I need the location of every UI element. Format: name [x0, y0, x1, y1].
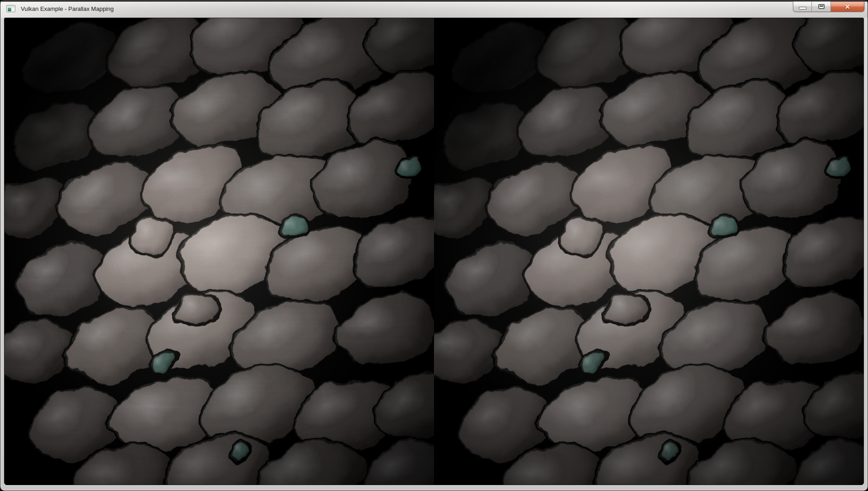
window-title: Vulkan Example - Parallax Mapping [21, 6, 113, 12]
title-bar[interactable]: Vulkan Example - Parallax Mapping ✕ [0, 0, 868, 18]
render-area[interactable] [4, 18, 864, 485]
right-render-viewport [434, 18, 863, 485]
window-controls: ✕ [793, 1, 864, 12]
maximize-button[interactable] [812, 1, 831, 12]
close-button[interactable]: ✕ [831, 1, 864, 12]
app-icon [6, 5, 15, 12]
minimize-icon [799, 7, 807, 10]
minimize-button[interactable] [793, 1, 812, 12]
left-render-viewport [5, 18, 434, 485]
close-icon: ✕ [845, 3, 850, 10]
app-window: Vulkan Example - Parallax Mapping ✕ [0, 0, 868, 491]
maximize-icon [818, 4, 825, 9]
